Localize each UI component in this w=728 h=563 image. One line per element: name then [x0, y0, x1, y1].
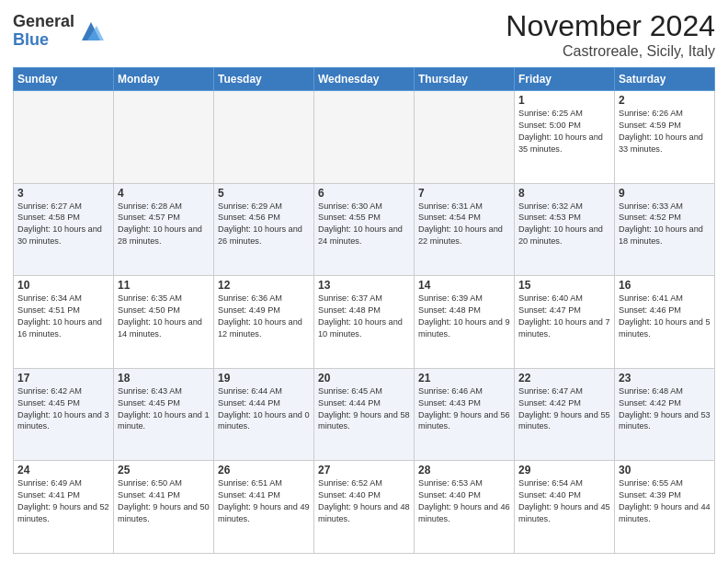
day-number: 16 — [619, 279, 711, 292]
day-info: Sunrise: 6:43 AM Sunset: 4:45 PM Dayligh… — [118, 385, 210, 433]
day-info: Sunrise: 6:32 AM Sunset: 4:53 PM Dayligh… — [518, 201, 610, 248]
day-number: 28 — [418, 464, 510, 477]
day-number: 5 — [218, 187, 310, 200]
day-info: Sunrise: 6:40 AM Sunset: 4:47 PM Dayligh… — [518, 293, 610, 340]
logo-blue: Blue — [13, 31, 74, 50]
table-row: 14Sunrise: 6:39 AM Sunset: 4:48 PM Dayli… — [415, 276, 515, 369]
day-number: 8 — [518, 187, 610, 200]
day-number: 17 — [17, 372, 109, 385]
table-row: 13Sunrise: 6:37 AM Sunset: 4:48 PM Dayli… — [314, 276, 415, 369]
day-number: 14 — [418, 279, 510, 292]
table-row: 27Sunrise: 6:52 AM Sunset: 4:40 PM Dayli… — [314, 461, 415, 554]
day-info: Sunrise: 6:51 AM Sunset: 4:41 PM Dayligh… — [218, 477, 310, 525]
day-info: Sunrise: 6:29 AM Sunset: 4:56 PM Dayligh… — [218, 201, 310, 248]
day-info: Sunrise: 6:31 AM Sunset: 4:54 PM Dayligh… — [418, 201, 510, 248]
logo-general: General — [13, 13, 74, 31]
table-row — [114, 91, 214, 184]
day-number: 4 — [118, 187, 210, 200]
location: Castroreale, Sicily, Italy — [506, 43, 715, 60]
header: General Blue November 2024 Castroreale, … — [13, 9, 715, 60]
page: General Blue November 2024 Castroreale, … — [0, 0, 728, 563]
day-number: 13 — [318, 279, 410, 292]
calendar-header-row: Sunday Monday Tuesday Wednesday Thursday… — [14, 68, 715, 91]
day-info: Sunrise: 6:33 AM Sunset: 4:52 PM Dayligh… — [619, 201, 711, 248]
table-row: 7Sunrise: 6:31 AM Sunset: 4:54 PM Daylig… — [415, 183, 515, 276]
table-row: 30Sunrise: 6:55 AM Sunset: 4:39 PM Dayli… — [615, 461, 715, 554]
table-row: 10Sunrise: 6:34 AM Sunset: 4:51 PM Dayli… — [14, 276, 114, 369]
day-info: Sunrise: 6:36 AM Sunset: 4:49 PM Dayligh… — [218, 293, 310, 340]
col-friday: Friday — [515, 68, 615, 91]
month-title: November 2024 — [506, 9, 715, 43]
day-info: Sunrise: 6:27 AM Sunset: 4:58 PM Dayligh… — [17, 201, 109, 248]
col-wednesday: Wednesday — [314, 68, 415, 91]
day-info: Sunrise: 6:26 AM Sunset: 4:59 PM Dayligh… — [619, 108, 711, 155]
table-row: 26Sunrise: 6:51 AM Sunset: 4:41 PM Dayli… — [214, 461, 314, 554]
day-info: Sunrise: 6:49 AM Sunset: 4:41 PM Dayligh… — [17, 477, 109, 525]
day-number: 21 — [418, 372, 510, 385]
table-row — [415, 91, 515, 184]
day-info: Sunrise: 6:37 AM Sunset: 4:48 PM Dayligh… — [318, 293, 410, 340]
col-sunday: Sunday — [14, 68, 114, 91]
table-row: 5Sunrise: 6:29 AM Sunset: 4:56 PM Daylig… — [214, 183, 314, 276]
calendar-table: Sunday Monday Tuesday Wednesday Thursday… — [13, 67, 715, 554]
calendar-week-row: 1Sunrise: 6:25 AM Sunset: 5:00 PM Daylig… — [14, 91, 715, 184]
table-row: 16Sunrise: 6:41 AM Sunset: 4:46 PM Dayli… — [615, 276, 715, 369]
day-number: 22 — [518, 372, 610, 385]
table-row: 6Sunrise: 6:30 AM Sunset: 4:55 PM Daylig… — [314, 183, 415, 276]
day-info: Sunrise: 6:35 AM Sunset: 4:50 PM Dayligh… — [118, 293, 210, 340]
day-number: 30 — [619, 464, 711, 477]
day-number: 12 — [218, 279, 310, 292]
calendar-week-row: 3Sunrise: 6:27 AM Sunset: 4:58 PM Daylig… — [14, 183, 715, 276]
day-info: Sunrise: 6:54 AM Sunset: 4:40 PM Dayligh… — [518, 477, 610, 525]
calendar-week-row: 24Sunrise: 6:49 AM Sunset: 4:41 PM Dayli… — [14, 461, 715, 554]
day-number: 3 — [17, 187, 109, 200]
table-row: 18Sunrise: 6:43 AM Sunset: 4:45 PM Dayli… — [114, 368, 214, 461]
col-monday: Monday — [114, 68, 214, 91]
table-row: 3Sunrise: 6:27 AM Sunset: 4:58 PM Daylig… — [14, 183, 114, 276]
day-number: 24 — [17, 464, 109, 477]
day-number: 1 — [518, 94, 610, 107]
col-thursday: Thursday — [415, 68, 515, 91]
day-info: Sunrise: 6:34 AM Sunset: 4:51 PM Dayligh… — [17, 293, 109, 340]
table-row: 17Sunrise: 6:42 AM Sunset: 4:45 PM Dayli… — [14, 368, 114, 461]
table-row: 1Sunrise: 6:25 AM Sunset: 5:00 PM Daylig… — [515, 91, 615, 184]
table-row: 11Sunrise: 6:35 AM Sunset: 4:50 PM Dayli… — [114, 276, 214, 369]
table-row: 22Sunrise: 6:47 AM Sunset: 4:42 PM Dayli… — [515, 368, 615, 461]
day-number: 15 — [518, 279, 610, 292]
day-number: 10 — [17, 279, 109, 292]
calendar-week-row: 10Sunrise: 6:34 AM Sunset: 4:51 PM Dayli… — [14, 276, 715, 369]
day-number: 7 — [418, 187, 510, 200]
table-row — [214, 91, 314, 184]
day-number: 27 — [318, 464, 410, 477]
calendar-week-row: 17Sunrise: 6:42 AM Sunset: 4:45 PM Dayli… — [14, 368, 715, 461]
day-info: Sunrise: 6:50 AM Sunset: 4:41 PM Dayligh… — [118, 477, 210, 525]
day-number: 19 — [218, 372, 310, 385]
title-area: November 2024 Castroreale, Sicily, Italy — [506, 9, 715, 60]
day-number: 18 — [118, 372, 210, 385]
day-info: Sunrise: 6:41 AM Sunset: 4:46 PM Dayligh… — [619, 293, 711, 340]
day-number: 23 — [619, 372, 711, 385]
day-info: Sunrise: 6:45 AM Sunset: 4:44 PM Dayligh… — [318, 385, 410, 433]
table-row: 21Sunrise: 6:46 AM Sunset: 4:43 PM Dayli… — [415, 368, 515, 461]
table-row: 9Sunrise: 6:33 AM Sunset: 4:52 PM Daylig… — [615, 183, 715, 276]
day-info: Sunrise: 6:42 AM Sunset: 4:45 PM Dayligh… — [17, 385, 109, 433]
day-info: Sunrise: 6:44 AM Sunset: 4:44 PM Dayligh… — [218, 385, 310, 433]
table-row: 24Sunrise: 6:49 AM Sunset: 4:41 PM Dayli… — [14, 461, 114, 554]
day-number: 11 — [118, 279, 210, 292]
day-number: 26 — [218, 464, 310, 477]
table-row — [14, 91, 114, 184]
day-info: Sunrise: 6:25 AM Sunset: 5:00 PM Dayligh… — [518, 108, 610, 155]
day-number: 6 — [318, 187, 410, 200]
day-info: Sunrise: 6:47 AM Sunset: 4:42 PM Dayligh… — [518, 385, 610, 433]
logo-text: General Blue — [13, 13, 74, 50]
table-row: 15Sunrise: 6:40 AM Sunset: 4:47 PM Dayli… — [515, 276, 615, 369]
day-number: 9 — [619, 187, 711, 200]
table-row: 8Sunrise: 6:32 AM Sunset: 4:53 PM Daylig… — [515, 183, 615, 276]
table-row: 29Sunrise: 6:54 AM Sunset: 4:40 PM Dayli… — [515, 461, 615, 554]
col-tuesday: Tuesday — [214, 68, 314, 91]
day-info: Sunrise: 6:28 AM Sunset: 4:57 PM Dayligh… — [118, 201, 210, 248]
day-info: Sunrise: 6:52 AM Sunset: 4:40 PM Dayligh… — [318, 477, 410, 525]
table-row: 2Sunrise: 6:26 AM Sunset: 4:59 PM Daylig… — [615, 91, 715, 184]
table-row: 25Sunrise: 6:50 AM Sunset: 4:41 PM Dayli… — [114, 461, 214, 554]
day-info: Sunrise: 6:39 AM Sunset: 4:48 PM Dayligh… — [418, 293, 510, 340]
